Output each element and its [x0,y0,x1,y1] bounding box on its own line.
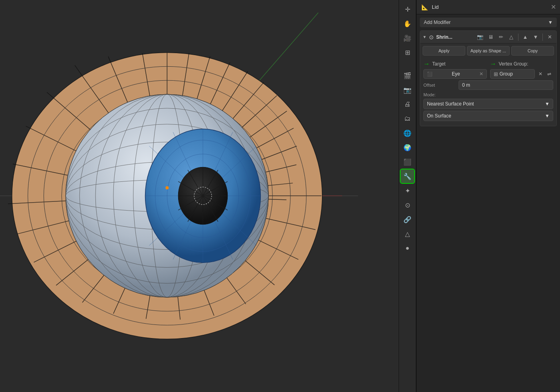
editmode-toggle-icon[interactable]: ✏ [496,33,505,42]
viewport [0,0,399,392]
panel-header: 📐 Lid ✕ [417,0,560,14]
properties-panel: 📐 Lid ✕ Add Modifier ▼ ▼ ⊙ Shrin... 📷 🖥 [416,0,560,392]
mode-dropdown[interactable]: Nearest Surface Point ▼ [423,99,553,109]
grid-tool-icon[interactable]: ⊞ [401,46,414,59]
data-props-icon[interactable]: △ [401,227,414,241]
camera-tool-icon[interactable]: 🎥 [401,31,414,45]
target-arrow-icon: → [423,60,430,68]
offset-label: Offset [423,83,455,88]
viewport-toggle-icon[interactable]: 🖥 [486,33,495,42]
projection-dropdown-chevron: ▼ [545,113,550,119]
modifier-props-icon[interactable]: 🔧 [401,169,414,183]
vertex-group-clear-button[interactable]: ✕ [536,70,544,78]
material-props-icon[interactable]: ● [401,241,414,255]
vertex-group-swap-button[interactable]: ⇌ [545,70,553,78]
modifier-body: → Target ⬛ Eye ✕ → Vertex Group [420,58,556,126]
cage-toggle-icon[interactable]: △ [507,33,516,42]
modifier-name: Shrin... [436,34,473,40]
offset-value-field[interactable]: 0 m [459,80,553,90]
panel-content: Add Modifier ▼ ▼ ⊙ Shrin... 📷 🖥 ✏ △ [417,14,560,392]
viewlayer-props-icon[interactable]: 🗂 [401,112,414,125]
cursor-tool-icon[interactable]: ✛ [401,2,414,16]
target-value-field[interactable]: ⬛ Eye ✕ [423,69,487,79]
projection-dropdown[interactable]: On Surface ▼ [423,111,553,121]
particles-props-icon[interactable]: ✦ [401,184,414,197]
apply-button[interactable]: Apply [423,46,465,56]
panel-title: Lid [432,4,548,10]
target-mesh-icon: ⬛ [427,72,433,77]
add-modifier-chevron: ▼ [548,20,553,25]
svg-point-72 [165,186,169,189]
shrinkwrap-icon: ⊙ [429,34,434,40]
output-props-icon[interactable]: 🖨 [401,98,414,111]
modifier-block: ▼ ⊙ Shrin... 📷 🖥 ✏ △ ▲ ▼ [420,30,557,126]
move-up-icon[interactable]: ▲ [521,33,530,42]
apply-as-shape-button[interactable]: Apply as Shape ... [467,46,510,56]
add-modifier-label: Add Modifier [424,20,451,25]
mode-section-label: Mode: [423,92,553,97]
modifier-header: ▼ ⊙ Shrin... 📷 🖥 ✏ △ ▲ ▼ [420,31,556,44]
physics-props-icon[interactable]: ⊙ [401,198,414,212]
mode-dropdown-chevron: ▼ [545,101,550,107]
collapse-triangle[interactable]: ▼ [423,35,427,39]
panel-close-button[interactable]: ✕ [551,3,556,11]
scene-props-icon[interactable]: 🎬 [401,69,414,82]
render-toggle-icon[interactable]: 📷 [476,33,485,42]
add-modifier-dropdown[interactable]: Add Modifier ▼ [420,18,557,27]
toolbar-strip: ✛ ✋ 🎥 ⊞ 🎬 📷 🖨 🗂 🌐 🌍 ⬛ 🔧 ✦ ⊙ 🔗 △ ● [399,0,416,392]
target-vertexgroup-row: → Target ⬛ Eye ✕ → Vertex Group [423,60,553,79]
vertex-group-arrow-icon: → [490,60,496,68]
render-props-icon[interactable]: 📷 [401,83,414,97]
world-props-icon[interactable]: 🌍 [401,141,414,154]
target-clear-button[interactable]: ✕ [479,71,483,77]
modifier-header-icons: 📷 🖥 ✏ △ ▲ ▼ ✕ [476,33,554,42]
move-down-icon[interactable]: ▼ [531,33,540,42]
scene2-props-icon[interactable]: 🌐 [401,126,414,140]
vertex-group-label: → Vertex Group: [490,60,554,68]
mesh-icon: 📐 [421,3,429,11]
object-props-icon[interactable]: ⬛ [401,155,414,169]
hand-tool-icon[interactable]: ✋ [401,17,414,30]
offset-row: Offset 0 m [423,80,553,90]
vertex-group-actions: ✕ ⇌ [536,70,553,78]
constraints-props-icon[interactable]: 🔗 [401,213,414,226]
copy-button[interactable]: Copy [511,46,554,56]
target-label: → Target [423,60,487,68]
group-icon: ⊞ [494,71,498,77]
delete-modifier-icon[interactable]: ✕ [545,33,554,42]
vertex-group-field[interactable]: ⊞ Group [490,69,535,79]
action-buttons-row: Apply Apply as Shape ... Copy [420,44,556,58]
